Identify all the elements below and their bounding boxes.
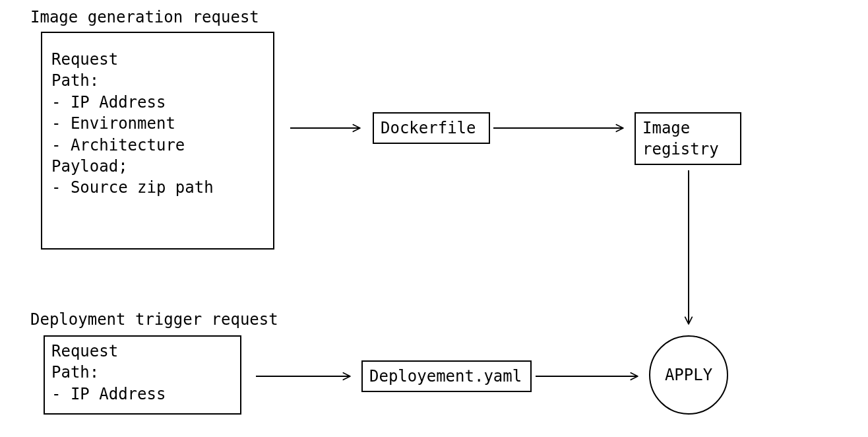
title-deployment-trigger: Deployment trigger request <box>30 310 278 329</box>
title-image-generation: Image generation request <box>30 8 259 26</box>
dockerfile-box: Dockerfile <box>373 112 490 144</box>
apply-circle: APPLY <box>649 335 728 415</box>
deploy-request-box: Request Path: - IP Address <box>44 335 241 415</box>
deployment-yaml-box: Deployement.yaml <box>361 360 532 392</box>
diagram-stage: Image generation request Deployment trig… <box>0 0 868 437</box>
request-box: Request Path: - IP Address - Environment… <box>41 32 274 250</box>
image-registry-box: Image registry <box>635 112 741 165</box>
